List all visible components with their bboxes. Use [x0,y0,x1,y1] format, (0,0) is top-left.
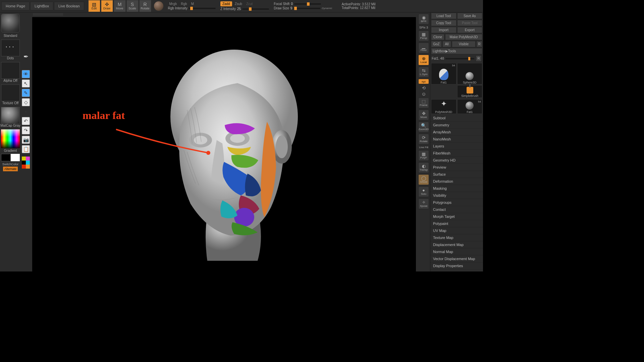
eye-tool[interactable]: 👁 [22,70,30,78]
tool-r-button[interactable]: R [476,55,482,62]
pointer-tool[interactable]: ↖ [22,79,30,87]
brush-selector[interactable] [1,14,20,33]
draw-mode-button[interactable]: ✜Draw [101,0,113,12]
fit-button[interactable]: ⊙ [418,92,429,96]
rotate-button[interactable]: ⟳Rotate [418,134,429,144]
subpalette-displacement-map[interactable]: Displacement Map [430,241,483,248]
subpalette-fibermesh[interactable]: FiberMesh [430,150,483,157]
xpose-button[interactable]: ✧Xpose [418,198,429,209]
subpalette-polygroups[interactable]: Polygroups [430,199,483,206]
solo-button[interactable]: ●Solo [418,186,429,197]
liveboolean-button[interactable]: Live Boolean [54,2,84,10]
spix-value[interactable]: SPix 3 [419,26,428,29]
move-mode-button[interactable]: MMove [114,0,126,12]
zcut-toggle[interactable]: Zcut [245,2,254,6]
mrgb-toggle[interactable]: Mrgb [168,2,178,6]
goz-visible-button[interactable]: Visible [452,41,476,47]
eraser-tool[interactable]: ◇ [22,98,30,106]
lightbox-tools-button[interactable]: Lightbox▶Tools [431,48,482,54]
camera-tool[interactable]: 📷 [22,136,30,144]
subpalette-display-properties[interactable]: Display Properties [430,262,483,269]
ghost-button[interactable]: ◯Ghost [418,174,429,185]
subpalette-polypaint[interactable]: Polypaint [430,220,483,227]
transp-button[interactable]: ◐Transp [418,162,429,173]
focal-shift-slider[interactable] [294,3,321,5]
undo-tool[interactable]: ↶ [22,117,30,125]
switch-color-button[interactable]: SwitchColor [2,163,18,166]
subpalette-subtool[interactable]: Subtool [430,115,483,122]
material-selector[interactable] [1,107,20,124]
lsym-button[interactable]: ⇆L.Sym [418,67,429,77]
bpr-button[interactable]: ◉BPR [418,14,429,24]
copy-tool-button[interactable]: Copy Tool [431,20,457,26]
clone-button[interactable]: Clone [431,34,444,40]
canvas-scroll-indicator[interactable] [33,13,63,16]
subpalette-geometry-hd[interactable]: Geometry HD [430,157,483,164]
subpalette-deformation[interactable]: Deformation [430,178,483,185]
subpalette-vector-displacement-map[interactable]: Vector Displacement Map [430,255,483,262]
subpalette-morph-target[interactable]: Morph Target [430,213,483,220]
polyf-button[interactable]: ▦PolyF [418,150,429,161]
viewport[interactable]: malar fat [32,17,416,272]
subpalette-unified-skin[interactable]: Unified Skin [430,269,483,272]
subpalette-arraymesh[interactable]: ArrayMesh [430,129,483,136]
pen-tool-icon[interactable]: ✒ [22,53,30,61]
rotate-mode-button[interactable]: RRotate [139,0,151,12]
alpha-selector[interactable] [1,62,20,79]
rgb-intensity-slider[interactable] [189,8,216,9]
zoom-button[interactable]: 🔍Zoom3D [418,122,429,132]
swatch-black[interactable] [1,154,11,161]
subpalette-nanomesh[interactable]: NanoMesh [430,136,483,143]
home-button[interactable]: Home Page [1,2,30,10]
subpalette-normal-map[interactable]: Normal Map [430,248,483,255]
subpalette-visibility[interactable]: Visibility [430,192,483,199]
zadd-toggle[interactable]: Zadd [220,1,232,6]
tool-sphere3d[interactable]: Sphere3D [457,63,483,84]
subpalette-layers[interactable]: Layers [430,143,483,150]
frame-button[interactable]: ⬚Frame [418,98,429,108]
scale-mode-button[interactable]: SScale [126,0,139,12]
tool-polymesh3d[interactable]: ✦ PolyMesh3D [431,99,457,114]
redo-tool[interactable]: ↷ [22,126,30,134]
stroke-selector[interactable] [1,40,20,56]
edit-mode-button[interactable]: ▧Edit [88,0,100,12]
dot-tool[interactable]: ● [22,108,30,116]
goz-all-button[interactable]: All [442,41,451,47]
make-polymesh-button[interactable]: Make PolyMesh3D [445,34,482,40]
subpalette-geometry[interactable]: Geometry [430,122,483,129]
subpalette-surface[interactable]: Surface [430,171,483,178]
recenter-button[interactable]: ⟲ [418,85,429,90]
subpalette-preview[interactable]: Preview [430,164,483,171]
texture-selector[interactable] [1,84,20,101]
tool-fat1-b[interactable]: 54 Fat1 [457,99,483,114]
subpalette-contact[interactable]: Contact [430,206,483,213]
xyz-button[interactable]: xyz [418,79,429,84]
color-picker[interactable] [1,129,20,148]
rgb-toggle[interactable]: Rgb [179,2,188,6]
lightbox-button[interactable]: LightBox [30,2,53,10]
zsub-toggle[interactable]: Zsub [233,2,244,6]
import-button[interactable]: Import [431,27,457,33]
persp-button[interactable]: ▦Persp [418,31,429,41]
save-as-button[interactable]: Save As [457,13,483,19]
subpalette-masking[interactable]: Masking [430,185,483,192]
alternate-button[interactable]: Alternate [3,167,18,171]
z-intensity-slider[interactable] [242,8,269,10]
floor-button[interactable]: ▁Floor [418,43,429,53]
subpalette-uv-map[interactable]: UV Map [430,227,483,234]
m-toggle[interactable]: M [190,2,195,6]
tool-slider[interactable] [445,58,474,59]
swatch-white[interactable] [11,154,20,161]
export-button[interactable]: Export [457,27,483,33]
color-palette[interactable] [22,157,30,169]
tool-fat1[interactable]: 54 Fat1 [431,63,457,84]
tool-simplebrush[interactable]: SimpleBrush [457,85,482,98]
subpalette-texture-map[interactable]: Texture Map [430,234,483,241]
goz-button[interactable]: GoZ [431,41,442,47]
local-button[interactable]: ⊕Local [418,55,429,65]
move-button[interactable]: ✥Move [418,110,429,120]
color-swatches[interactable] [1,154,20,161]
goz-r-button[interactable]: R [476,41,482,47]
clipboard-tool[interactable]: 📋 [22,145,30,153]
quick-material[interactable] [154,1,163,11]
